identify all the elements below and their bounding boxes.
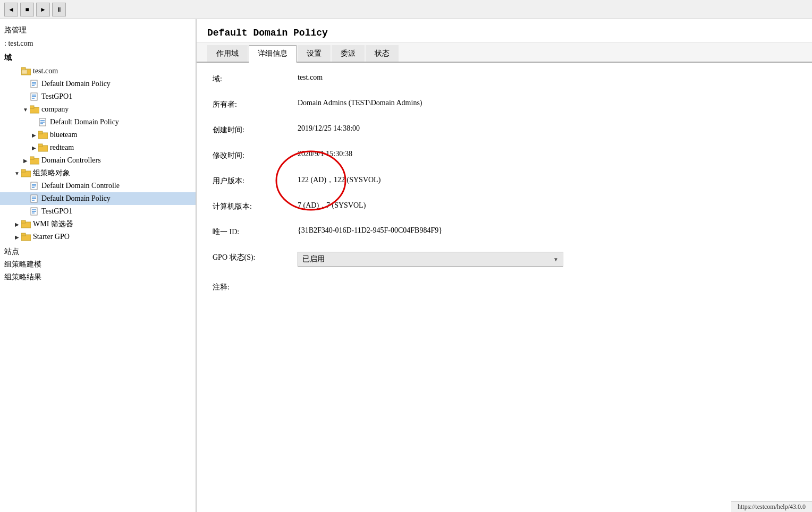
gpo-status-label: GPO 状态(S): xyxy=(213,252,298,262)
selected-ddp-label: Default Domain Policy xyxy=(41,194,111,203)
owner-label: 所有者: xyxy=(213,99,298,109)
gpo-icon-default-dc xyxy=(30,181,39,191)
toggle-company[interactable]: ▼ xyxy=(21,105,30,114)
toggle-redteam[interactable]: ▶ xyxy=(30,143,38,152)
domain-controllers-label: Domain Controllers xyxy=(41,156,101,165)
sidebar-item-sites[interactable]: 站点 xyxy=(0,245,196,258)
toggle-wmi[interactable]: ▶ xyxy=(13,220,21,228)
sidebar-item-wmi[interactable]: ▶ WMI 筛选器 xyxy=(0,218,196,231)
folder-icon-company xyxy=(30,105,39,114)
sidebar-item-policy-results[interactable]: 组策略结果 xyxy=(0,271,196,284)
policy-results-label: 组策略结果 xyxy=(4,272,41,282)
sidebar: 路管理 : test.com 域 test.com xyxy=(0,19,197,512)
gpo-status-dropdown[interactable]: 已启用 ▼ xyxy=(298,252,563,267)
tab-details[interactable]: 详细信息 xyxy=(249,45,297,63)
folder-icon-starter-gpo xyxy=(21,232,31,242)
toggle-gpo-testgpo1 xyxy=(21,207,30,216)
domain-label: 域: xyxy=(213,73,298,84)
created-label: 创建时间: xyxy=(213,124,298,135)
sidebar-item-ddp[interactable]: Default Domain Policy xyxy=(0,78,196,90)
svg-rect-40 xyxy=(21,233,26,236)
gpo-icon-company-ddp xyxy=(38,117,48,127)
tab-settings[interactable]: 设置 xyxy=(298,45,331,62)
testgpo1-label: TestGPO1 xyxy=(41,92,72,101)
folder-icon-redteam xyxy=(38,143,48,152)
modified-label: 修改时间: xyxy=(213,150,298,160)
sidebar-item-gpo-group[interactable]: ▼ 组策略对象 xyxy=(0,167,196,180)
folder-icon-testcom xyxy=(21,66,31,76)
sidebar-item-company[interactable]: ▼ company xyxy=(0,103,196,116)
detail-row-computer-version: 计算机版本: 7 (AD)，7 (SYSVOL) xyxy=(213,201,796,211)
toolbar-btn-forward[interactable]: ► xyxy=(36,3,50,16)
default-dc-label: Default Domain Controlle xyxy=(41,182,120,190)
status-bar: https://testcom/help/43.0.0 xyxy=(731,501,812,512)
sidebar-item-testgpo1[interactable]: TestGPO1 xyxy=(0,90,196,103)
unique-id-value: {31B2F340-016D-11D2-945F-00C04FB984F9} xyxy=(298,226,796,235)
sidebar-item-selected-ddp[interactable]: Default Domain Policy xyxy=(0,192,196,205)
tab-delegate[interactable]: 委派 xyxy=(332,45,365,62)
gpo-status-value: 已启用 xyxy=(302,254,553,264)
toggle-gpo-group[interactable]: ▼ xyxy=(13,169,21,177)
sidebar-item-default-dc[interactable]: Default Domain Controlle xyxy=(0,180,196,192)
detail-row-unique-id: 唯一 ID: {31B2F340-016D-11D2-945F-00C04FB9… xyxy=(213,226,796,237)
toggle-starter-gpo[interactable]: ▶ xyxy=(13,233,21,241)
user-version-value: 122 (AD)，122 (SYSVOL) xyxy=(298,175,796,185)
toggle-selected-ddp xyxy=(21,194,30,203)
detail-row-user-version: 用户版本: 122 (AD)，122 (SYSVOL) xyxy=(213,175,796,186)
sidebar-item-blueteam[interactable]: ▶ blueteam xyxy=(0,129,196,141)
domain-label: : test.com xyxy=(0,37,196,50)
svg-rect-20 xyxy=(38,144,43,147)
toolbar-btn-media[interactable]: ⏸ xyxy=(52,3,66,16)
toggle-domain-controllers[interactable]: ▶ xyxy=(21,156,30,165)
starter-gpo-label: Starter GPO xyxy=(33,233,70,241)
company-ddp-label: Default Domain Policy xyxy=(50,118,119,126)
toggle-blueteam[interactable]: ▶ xyxy=(30,131,38,139)
computer-version-value: 7 (AD)，7 (SYSVOL) xyxy=(298,201,796,210)
detail-row-modified: 修改时间: 2020/9/1 15:30:38 xyxy=(213,150,796,160)
folder-icon-domain-controllers xyxy=(30,156,39,165)
gpo-icon-ddp xyxy=(30,79,39,89)
toggle-ddp xyxy=(21,80,30,88)
content-panel: Default Domain Policy 作用域 详细信息 设置 委派 状态 … xyxy=(197,19,812,512)
svg-rect-38 xyxy=(21,220,26,223)
detail-row-owner: 所有者: Domain Admins (TEST\Domain Admins) xyxy=(213,99,796,109)
sidebar-item-starter-gpo[interactable]: ▶ Starter GPO xyxy=(0,231,196,243)
sidebar-item-testcom[interactable]: test.com xyxy=(0,65,196,78)
toolbar: ◄ ■ ► ⏸ xyxy=(0,0,812,19)
sites-label: 站点 xyxy=(4,247,19,257)
toggle-testgpo1 xyxy=(21,92,30,101)
sidebar-item-redteam[interactable]: ▶ redteam xyxy=(0,141,196,154)
policy-modeling-label: 组策略建模 xyxy=(4,260,41,269)
detail-row-notes: 注释: xyxy=(213,281,796,292)
tab-status[interactable]: 状态 xyxy=(366,45,399,62)
toolbar-btn-stop[interactable]: ■ xyxy=(20,3,34,16)
modified-value: 2020/9/1 15:30:38 xyxy=(298,150,796,158)
wmi-label: WMI 筛选器 xyxy=(33,219,73,229)
sidebar-item-gpo-testgpo1[interactable]: TestGPO1 xyxy=(0,205,196,218)
gpo-group-label: 组策略对象 xyxy=(33,168,70,178)
testcom-label: test.com xyxy=(33,67,58,75)
folder-icon-gpo-group xyxy=(21,168,31,178)
user-version-label: 用户版本: xyxy=(213,175,298,186)
computer-version-label: 计算机版本: xyxy=(213,201,298,211)
tab-scope[interactable]: 作用域 xyxy=(207,45,248,62)
toggle-company-ddp xyxy=(30,118,38,126)
folder-icon-wmi xyxy=(21,219,31,229)
gpo-icon-selected-ddp xyxy=(30,194,39,203)
toggle-testcom[interactable] xyxy=(13,67,21,75)
sidebar-item-domain-controllers[interactable]: ▶ Domain Controllers xyxy=(0,154,196,167)
sidebar-item-policy-modeling[interactable]: 组策略建模 xyxy=(0,258,196,271)
toolbar-btn-back[interactable]: ◄ xyxy=(4,3,18,16)
chevron-down-icon: ▼ xyxy=(553,257,559,262)
page-title: Default Domain Policy xyxy=(197,19,812,43)
svg-rect-12 xyxy=(30,106,34,108)
gpo-testgpo1-label: TestGPO1 xyxy=(41,207,72,216)
svg-rect-22 xyxy=(30,157,34,159)
management-label: 路管理 xyxy=(0,23,196,37)
svg-rect-2 xyxy=(22,70,27,74)
detail-content: 域: test.com 所有者: Domain Admins (TEST\Dom… xyxy=(197,63,812,512)
sidebar-item-company-ddp[interactable]: Default Domain Policy xyxy=(0,116,196,129)
company-label: company xyxy=(41,105,69,114)
notes-label: 注释: xyxy=(213,281,298,292)
folder-icon-blueteam xyxy=(38,130,48,140)
